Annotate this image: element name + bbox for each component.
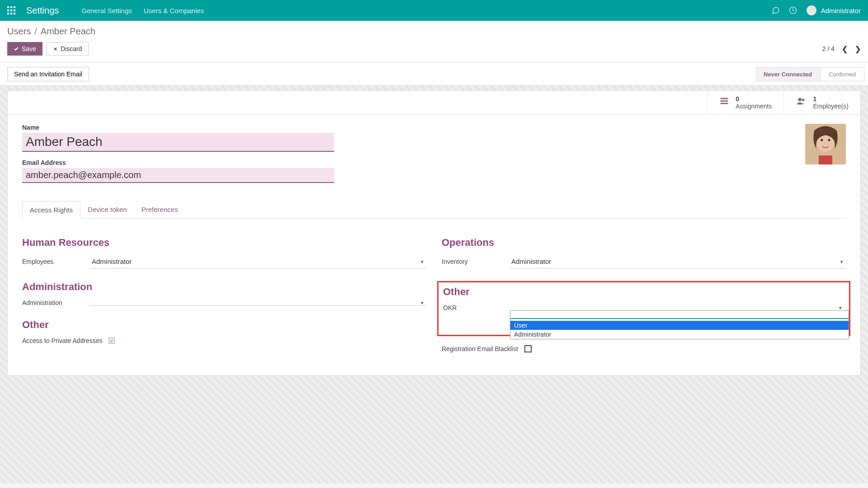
- assignments-label: Assignments: [736, 103, 772, 110]
- save-label: Save: [22, 45, 36, 52]
- tab-access-rights[interactable]: Access Rights: [22, 201, 80, 219]
- email-input[interactable]: [22, 168, 334, 183]
- highlighted-section: Other OKR ▾ User Administr: [437, 281, 850, 336]
- dropdown-option-user[interactable]: User: [510, 321, 849, 330]
- status-never-connected[interactable]: Never Connected: [755, 67, 821, 81]
- stat-assignments[interactable]: 0 Assignments: [707, 91, 783, 114]
- okr-field-label: OKR: [443, 304, 511, 311]
- send-invitation-button[interactable]: Send an Invitation Email: [7, 67, 89, 81]
- section-ops: Operations: [442, 237, 846, 249]
- employees-select[interactable]: Administrator: [90, 255, 426, 268]
- inventory-field-label: Inventory: [442, 258, 509, 265]
- breadcrumb: Users / Amber Peach: [0, 21, 868, 39]
- tab-preferences[interactable]: Preferences: [134, 201, 185, 218]
- employees-field-label: Employees: [22, 258, 90, 265]
- left-column: Human Resources Employees Administrator …: [22, 237, 426, 357]
- messaging-icon[interactable]: [770, 5, 781, 16]
- form-sheet: 0 Assignments 1 Employee(s) Name Emai: [7, 90, 861, 375]
- pager: 2 / 4 ❮ ❯: [822, 45, 861, 53]
- section-other-right: Other: [443, 286, 844, 298]
- page-body: Send an Invitation Email Never Connected…: [0, 62, 868, 483]
- private-addresses-checkbox[interactable]: ✓: [108, 338, 115, 344]
- inventory-select[interactable]: Administrator: [509, 255, 846, 268]
- svg-rect-12: [819, 155, 832, 164]
- tabs: Access Rights Device token Preferences: [22, 201, 846, 219]
- section-hr: Human Resources: [22, 237, 426, 249]
- nav-general-settings[interactable]: General Settings: [81, 7, 132, 14]
- pager-text: 2 / 4: [822, 45, 835, 52]
- nav-users-companies[interactable]: Users & Companies: [144, 7, 204, 14]
- stat-employees[interactable]: 1 Employee(s): [783, 91, 860, 114]
- name-input[interactable]: [22, 133, 334, 152]
- pager-prev-icon[interactable]: ❮: [842, 45, 848, 53]
- breadcrumb-current: Amber Peach: [41, 26, 95, 37]
- private-addresses-label: Access to Private Addresses: [22, 337, 102, 344]
- okr-dropdown: User Administrator: [510, 310, 849, 339]
- administration-field-label: Administration: [22, 299, 90, 306]
- breadcrumb-sep: /: [34, 26, 37, 37]
- dropdown-option-admin[interactable]: Administrator: [510, 330, 849, 339]
- svg-point-11: [828, 139, 830, 141]
- status-steps: Never Connected Confirmed: [755, 67, 864, 81]
- reg-blacklist-label: Registration Email Blacklist: [442, 345, 518, 352]
- brand-title: Settings: [26, 5, 59, 16]
- save-button[interactable]: Save: [7, 42, 42, 56]
- employees-label: Employee(s): [813, 103, 849, 110]
- employees-icon: [796, 96, 807, 109]
- svg-point-7: [802, 99, 805, 102]
- section-other-left: Other: [22, 319, 426, 331]
- assignments-icon: [719, 96, 729, 109]
- activity-icon[interactable]: [788, 5, 798, 16]
- status-confirmed[interactable]: Confirmed: [821, 67, 864, 81]
- svg-rect-3: [721, 98, 728, 99]
- right-column: Operations Inventory Administrator ▾ Oth…: [442, 237, 846, 357]
- dropdown-search[interactable]: [510, 311, 849, 319]
- svg-point-10: [821, 139, 823, 141]
- statusbar: Send an Invitation Email Never Connected…: [0, 62, 868, 86]
- administration-select[interactable]: [90, 300, 426, 306]
- svg-point-6: [798, 98, 802, 101]
- action-bar: Save Discard 2 / 4 ❮ ❯: [0, 39, 868, 62]
- name-label: Name: [22, 124, 846, 131]
- reg-blacklist-checkbox[interactable]: [524, 345, 532, 352]
- discard-button[interactable]: Discard: [46, 42, 89, 56]
- svg-rect-4: [721, 100, 728, 102]
- tab-device-token[interactable]: Device token: [80, 201, 134, 218]
- svg-rect-5: [721, 103, 728, 104]
- apps-icon[interactable]: [7, 6, 15, 14]
- stat-buttons: 0 Assignments 1 Employee(s): [8, 91, 860, 115]
- username[interactable]: Administrator: [821, 7, 861, 14]
- tab-content: Human Resources Employees Administrator …: [22, 219, 846, 357]
- okr-select[interactable]: [511, 305, 844, 311]
- breadcrumb-parent[interactable]: Users: [7, 26, 31, 37]
- section-admin: Administration: [22, 281, 426, 293]
- user-avatar[interactable]: [807, 5, 816, 15]
- assignments-count: 0: [736, 95, 772, 103]
- pager-next-icon[interactable]: ❯: [855, 45, 861, 53]
- email-label: Email Address: [22, 159, 846, 166]
- employees-count: 1: [813, 95, 849, 103]
- discard-label: Discard: [61, 45, 82, 52]
- navbar: Settings General Settings Users & Compan…: [0, 0, 868, 21]
- user-photo[interactable]: [805, 124, 846, 164]
